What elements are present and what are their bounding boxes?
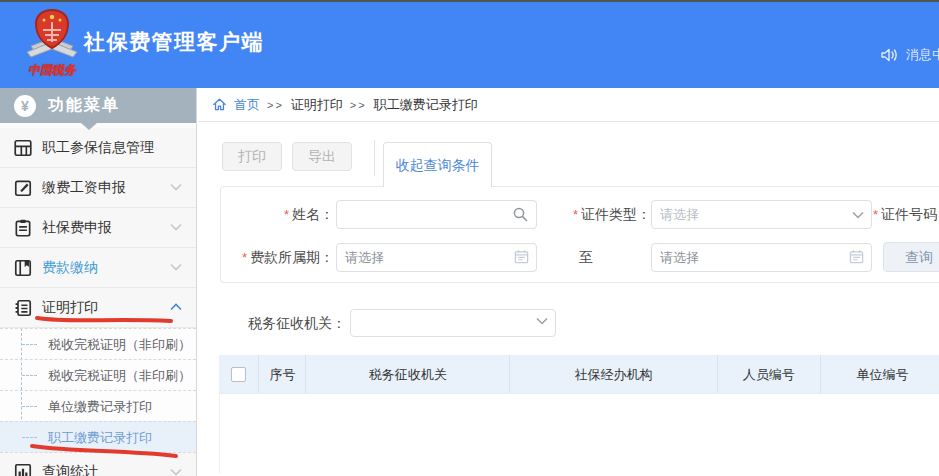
tree-dash [22,375,37,376]
required-mark: * [284,207,289,222]
edit-icon [13,178,33,198]
print-button[interactable]: 打印 [222,142,282,171]
sidebar-header-notch [81,123,97,130]
date-placeholder: 请选择 [660,250,699,265]
breadcrumb-level1: 证明打印 [291,96,343,114]
tax-emblem-logo: 中国税务 [22,8,82,84]
submenu-item-unit-payment-record-print[interactable]: 单位缴费记录打印 [0,390,196,421]
period-start-field-wrap: 请选择 [336,243,537,272]
breadcrumb: 首页 >> 证明打印 >> 职工缴费记录打印 [198,88,939,122]
speaker-icon[interactable] [880,47,899,63]
clipboard-icon [13,218,33,238]
sidebar-item-fee-payment[interactable]: 费款缴纳 [0,248,196,288]
submenu-item-label: 职工缴费记录打印 [48,430,152,445]
sidebar-item-label: 证明打印 [42,299,98,317]
book-icon [13,258,33,278]
period-end-field-wrap: 请选择 [651,243,872,272]
chevron-down-icon [170,183,182,191]
chevron-down-icon [170,263,182,271]
logo-caption: 中国税务 [22,62,82,79]
tree-dash [22,406,37,407]
tax-emblem-icon [25,8,79,60]
sidebar-item-certificate-printing[interactable]: 证明打印 [0,288,196,328]
tax-organ-field-wrap [350,309,556,338]
submenu-item-tax-clearance-2[interactable]: 税收完税证明（非印刷） [0,359,196,390]
cert-no-label: *证件号码： [873,200,939,229]
table-header-row: 序号 税务征收机关 社保经办机构 人员编号 单位编号 [219,355,939,394]
calendar-icon [514,249,529,264]
sidebar-header: ¥ 功能菜单 [0,88,196,123]
period-label: *费款所属期： [222,243,334,272]
chevron-down-icon [536,317,548,325]
select-placeholder: 请选择 [660,207,699,222]
column-header-unit-no: 单位编号 [820,355,939,393]
required-mark: * [242,250,247,265]
search-icon[interactable] [512,206,529,223]
tax-organ-select[interactable] [350,309,556,337]
cert-type-label: *证件类型： [551,200,651,229]
yen-icon: ¥ [14,95,36,117]
name-label: *姓名： [222,200,334,229]
submenu-item-label: 税收完税证明（非印刷） [48,337,191,352]
select-all-checkbox[interactable] [231,367,246,382]
query-panel: *姓名： *证件类型： 请选择 *证件号码： *费款所属期： [220,186,939,283]
submenu-item-tax-clearance-1[interactable]: 税收完税证明（非印刷） [0,328,196,359]
query-button[interactable]: 查询 [883,242,939,272]
main-content: 首页 >> 证明打印 >> 职工缴费记录打印 打印 导出 收起查询条件 *姓名：… [198,88,939,476]
submenu-item-label: 税收完税证明（非印刷） [48,368,191,383]
sidebar-item-employee-insurance-info[interactable]: 职工参保信息管理 [0,128,196,168]
period-to-label: 至 [579,243,593,272]
required-mark: * [873,207,878,222]
sidebar-item-label: 费款缴纳 [42,259,98,277]
collapse-query-tab[interactable]: 收起查询条件 [383,142,492,187]
chevron-up-icon [170,303,182,311]
sidebar-item-label: 社保费申报 [42,219,112,237]
sidebar-item-label: 缴费工资申报 [42,179,126,197]
sidebar-item-label: 职工参保信息管理 [42,139,154,157]
period-start-datepicker[interactable]: 请选择 [336,243,537,272]
chevron-down-icon [170,223,182,231]
calendar-icon [849,249,864,264]
column-header-person-no: 人员编号 [717,355,820,393]
breadcrumb-home[interactable]: 首页 [234,96,260,114]
sidebar-item-social-insurance-declaration[interactable]: 社保费申报 [0,208,196,248]
binder-icon [13,298,33,318]
submenu-item-label: 单位缴费记录打印 [48,399,152,414]
sidebar: ¥ 功能菜单 职工参保信息管理 缴费工资申报 [0,88,197,476]
export-button[interactable]: 导出 [292,142,352,171]
breadcrumb-separator: >> [267,99,284,111]
required-mark: * [573,207,578,222]
bar-chart-icon [13,462,33,476]
cert-type-field-wrap: 请选择 [651,200,872,229]
grid-icon [13,138,33,158]
sidebar-item-label: 查询统计 [42,463,98,476]
name-field-wrap [336,200,537,229]
chevron-down-icon [852,211,864,219]
tree-dash [22,437,37,438]
app-header: 中国税务 社保费管理客户端 消息中心 [0,2,939,88]
app-title: 社保费管理客户端 [84,28,264,56]
sidebar-menu: 职工参保信息管理 缴费工资申报 社保费申报 [0,128,196,476]
column-header-social-agency: 社保经办机构 [509,355,717,393]
column-header-seq: 序号 [258,355,305,393]
table-body-empty [219,394,939,474]
toolbar-divider [374,140,375,176]
tax-organ-label: 税务征收机关： [222,309,346,337]
period-end-datepicker[interactable]: 请选择 [651,243,872,272]
column-header-tax-organ: 税务征收机关 [305,355,509,393]
chevron-down-icon [170,468,182,476]
cert-type-select[interactable]: 请选择 [651,200,872,229]
submenu-item-employee-payment-record-print[interactable]: 职工缴费记录打印 [0,421,196,452]
select-all-cell [219,355,258,393]
sidebar-item-query-statistics[interactable]: 查询统计 [0,452,196,476]
home-icon[interactable] [212,97,227,112]
tree-dash [22,344,37,345]
breadcrumb-separator: >> [350,99,367,111]
certificate-printing-submenu: 税收完税证明（非印刷） 税收完税证明（非印刷） 单位缴费记录打印 职工缴费记录打… [0,328,196,452]
sidebar-title: 功能菜单 [48,95,120,116]
message-center-link[interactable]: 消息中心 [906,46,939,64]
name-input[interactable] [336,200,537,229]
date-placeholder: 请选择 [345,250,384,265]
sidebar-item-wage-declaration[interactable]: 缴费工资申报 [0,168,196,208]
results-table: 序号 税务征收机关 社保经办机构 人员编号 单位编号 [219,355,939,474]
